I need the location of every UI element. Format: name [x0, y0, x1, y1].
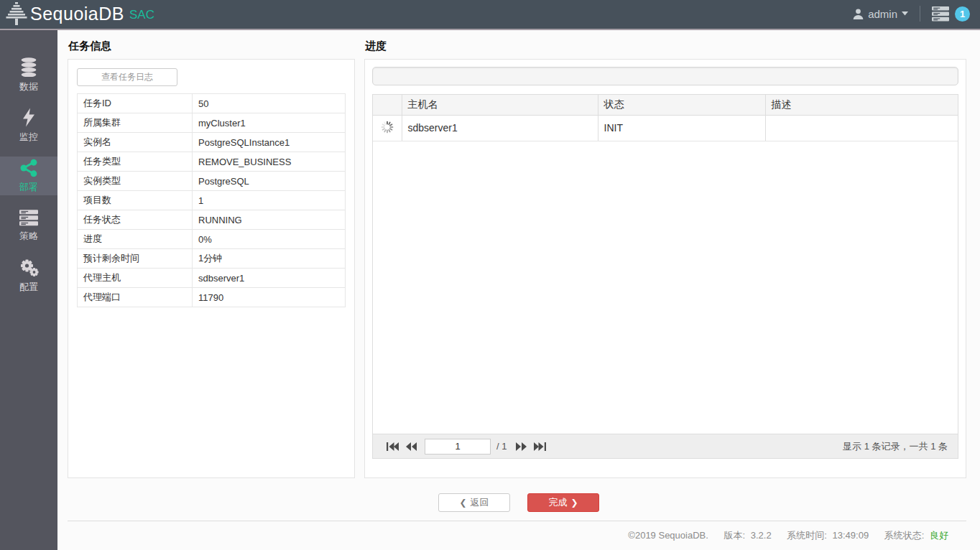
- loading-spinner-icon: [381, 121, 394, 134]
- chevron-down-icon: [902, 11, 908, 16]
- version-label: 版本:: [724, 530, 745, 541]
- sidebar-nav: 数据 监控 部署: [0, 30, 57, 550]
- sidebar-item-label: 部署: [19, 181, 38, 194]
- task-monitor-button[interactable]: 1: [932, 6, 970, 22]
- progress-bar: [372, 67, 958, 85]
- user-menu[interactable]: admin: [853, 8, 908, 20]
- system-status-value: 良好: [930, 530, 948, 541]
- pagination-bar: / 1 显示 1 条记录，一共 1 条: [373, 434, 958, 458]
- next-page-button[interactable]: [512, 440, 530, 453]
- column-header-description: 描述: [765, 95, 958, 115]
- grid-empty-area: [373, 141, 958, 434]
- back-button-label: 返回: [471, 496, 489, 509]
- bolt-icon: [22, 108, 36, 127]
- finish-button[interactable]: 完成 ❯: [527, 493, 599, 512]
- table-row: 所属集群myCluster1: [78, 113, 346, 133]
- table-row: 预计剩余时间1分钟: [78, 249, 346, 269]
- copyright-text: ©2019 SequoiaDB.: [628, 530, 708, 541]
- progress-title: 进度: [365, 39, 966, 59]
- header-divider: [920, 6, 920, 22]
- sidebar-item-config[interactable]: 配置: [0, 257, 57, 296]
- table-header-row: 主机名 状态 描述: [373, 95, 958, 115]
- progress-table: 主机名 状态 描述: [373, 95, 958, 141]
- sidebar-item-strategy[interactable]: 策略: [0, 207, 57, 246]
- sidebar-item-deploy[interactable]: 部署: [0, 157, 57, 195]
- system-time-value: 13:49:09: [833, 530, 869, 541]
- server-stack-icon: [932, 6, 949, 22]
- table-row: 任务状态RUNNING: [78, 210, 346, 230]
- prev-page-button[interactable]: [402, 440, 420, 453]
- sidebar-item-label: 策略: [19, 230, 38, 243]
- sidebar-item-data[interactable]: 数据: [0, 56, 57, 95]
- description-cell: [765, 115, 958, 141]
- table-row: 任务ID50: [78, 94, 346, 113]
- user-icon: [853, 9, 864, 19]
- task-info-panel: 查看任务日志 任务ID50 所属集群myCluster1 实例名PostgreS…: [68, 59, 355, 478]
- record-count-summary: 显示 1 条记录，一共 1 条: [843, 440, 948, 453]
- table-row: sdbserver1 INIT: [373, 115, 958, 141]
- tasks-icon: [19, 210, 38, 226]
- action-buttons-row: ❮ 返回 完成 ❯: [57, 493, 980, 512]
- user-name: admin: [868, 8, 897, 20]
- status-cell: INIT: [598, 115, 765, 141]
- table-row: 项目数1: [78, 191, 346, 210]
- brand-suffix: SAC: [129, 5, 154, 22]
- view-task-log-button[interactable]: 查看任务日志: [77, 68, 177, 86]
- footer: ©2019 SequoiaDB. 版本: 3.2.2 系统时间: 13:49:0…: [68, 521, 966, 542]
- column-header-hostname: 主机名: [402, 95, 598, 115]
- task-info-title: 任务信息: [68, 39, 355, 59]
- share-icon: [19, 159, 38, 177]
- last-page-button[interactable]: [530, 440, 550, 453]
- table-row: 进度0%: [78, 230, 346, 249]
- gears-icon: [19, 259, 39, 277]
- first-page-button[interactable]: [383, 440, 402, 453]
- database-icon: [19, 57, 38, 77]
- page-number-input[interactable]: [425, 439, 491, 455]
- progress-panel: 主机名 状态 描述: [364, 59, 966, 478]
- table-row: 实例名PostgreSQLInstance1: [78, 133, 346, 152]
- hostname-cell: sdbserver1: [402, 115, 598, 141]
- top-header-bar: SequoiaDB SAC admin: [0, 0, 980, 30]
- table-row: 实例类型PostgreSQL: [78, 172, 346, 191]
- table-row: 代理端口11790: [78, 288, 346, 307]
- sequoia-tree-icon: [6, 2, 27, 25]
- sidebar-item-monitor[interactable]: 监控: [0, 106, 57, 145]
- sidebar-item-label: 配置: [19, 281, 38, 294]
- back-button[interactable]: ❮ 返回: [438, 493, 510, 512]
- system-time-label: 系统时间:: [787, 530, 827, 541]
- table-row: 代理主机sdbserver1: [78, 269, 346, 288]
- sidebar-item-label: 数据: [19, 80, 38, 93]
- sidebar-item-label: 监控: [19, 131, 38, 144]
- column-header-status: 状态: [598, 95, 765, 115]
- arrow-left-icon: ❮: [459, 498, 466, 508]
- table-row: 任务类型REMOVE_BUSINESS: [78, 152, 346, 172]
- task-info-table: 任务ID50 所属集群myCluster1 实例名PostgreSQLInsta…: [77, 93, 346, 307]
- task-count-badge[interactable]: 1: [955, 6, 970, 22]
- version-value: 3.2.2: [751, 530, 772, 541]
- brand-logo[interactable]: SequoiaDB SAC: [6, 2, 154, 25]
- progress-grid: 主机名 状态 描述: [372, 94, 958, 459]
- system-status-label: 系统状态:: [884, 530, 925, 541]
- page-total-label: / 1: [496, 441, 507, 452]
- spinner-cell: [373, 115, 402, 141]
- main-content: 任务信息 查看任务日志 任务ID50 所属集群myCluster1 实例名Pos…: [57, 30, 980, 550]
- brand-name: SequoiaDB: [30, 4, 124, 24]
- arrow-right-icon: ❯: [570, 498, 578, 508]
- column-header-icon: [373, 95, 402, 115]
- finish-button-label: 完成: [548, 496, 567, 509]
